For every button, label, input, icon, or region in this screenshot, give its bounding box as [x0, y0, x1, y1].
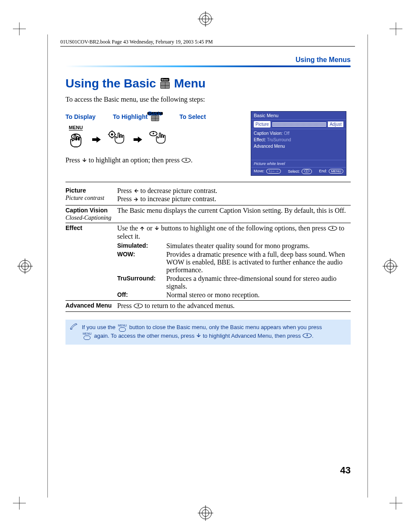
- arrow-right-icon-2: [134, 137, 142, 143]
- page-number: 43: [340, 465, 351, 476]
- effect-simulated-v: Simulates theater quality sound for mono…: [166, 242, 351, 250]
- page-title: Using the Basic Basic Menu: [65, 77, 351, 90]
- osd-selected-picture: Picture: [254, 121, 271, 128]
- enter-oval-icon-3: [134, 302, 143, 310]
- note-box: If you use the MENU button to close the …: [65, 320, 351, 345]
- term-advanced: Advanced Menu: [65, 300, 117, 311]
- effect-wow-k: WOW:: [117, 251, 165, 274]
- effect-tru-k: TruSurround:: [117, 275, 165, 290]
- pencil-note-icon: [70, 323, 78, 333]
- step-highlight-hand-icon: [107, 128, 128, 151]
- term-caption: Caption Vision: [65, 207, 108, 214]
- effect-simulated-k: Simulated:: [117, 242, 165, 250]
- term-effect: Effect: [65, 223, 117, 300]
- effect-tru-v: Produces a dynamic three-dimensional sou…: [166, 275, 351, 290]
- effect-off-v: Normal stereo or mono reception.: [166, 291, 351, 299]
- enter-oval-icon: [181, 157, 191, 165]
- registration-bottom-icon: [198, 505, 213, 521]
- svg-point-14: [185, 160, 187, 161]
- osd-select-glyph: [302, 169, 312, 174]
- section-header: Using the Menus: [65, 56, 351, 64]
- step-display: MENU: [65, 125, 86, 154]
- down-arrow-icon-3: [196, 332, 201, 341]
- up-arrow-icon: [140, 225, 145, 233]
- print-margin-left: [47, 34, 48, 498]
- intro-text: To access the Basic menu, use the follow…: [65, 96, 351, 103]
- svg-point-22: [306, 335, 308, 336]
- running-header-text: 01US01COV-BR2.book Page 43 Wednesday, Fe…: [60, 39, 213, 45]
- hand-press-icon: [65, 131, 86, 154]
- osd-preview: Basic Menu Picture Adjust Caption Vision…: [251, 111, 346, 176]
- term-picture: Picture: [65, 187, 86, 194]
- title-post: Menu: [174, 77, 206, 90]
- svg-point-12: [153, 133, 154, 134]
- down-arrow-icon-2: [154, 225, 159, 233]
- svg-point-18: [332, 227, 333, 229]
- press-instruction: Press to highlight an option; then press…: [65, 156, 246, 165]
- print-margin-right: [367, 34, 368, 498]
- registration-top-icon: [198, 11, 213, 27]
- label-to-select: To Select: [180, 113, 206, 120]
- title-pre: Using the Basic: [65, 77, 156, 90]
- crop-bottom-right: [389, 497, 402, 510]
- osd-end-glyph: MENU: [329, 169, 343, 174]
- osd-move-glyphs: ↑↓←→: [266, 169, 281, 174]
- enter-oval-icon-4: [302, 332, 312, 341]
- down-arrow-icon: [82, 157, 87, 165]
- basic-menu-icon: Basic: [159, 78, 171, 89]
- step-select-hand-icon: [148, 128, 169, 151]
- osd-slider: [272, 122, 326, 127]
- effect-wow-v: Provides a dramatic presence with a full…: [166, 251, 351, 274]
- right-arrow-icon: [134, 196, 139, 204]
- basic-icon-label: Basic: [161, 78, 169, 81]
- label-to-highlight: To Highlight: [113, 113, 148, 120]
- left-arrow-icon: [134, 187, 139, 195]
- effect-intro: Use the or buttons to highlight one of t…: [117, 224, 351, 240]
- crop-top-right: [389, 22, 402, 35]
- registration-right-icon: [383, 258, 398, 274]
- osd-title: Basic Menu: [251, 112, 346, 120]
- menu-button-inline-icon: MENU: [118, 324, 127, 332]
- label-to-display: To Display: [65, 113, 104, 120]
- menu-label: MENU: [69, 125, 83, 131]
- divider: [65, 182, 351, 182]
- definitions-table: Picture Picture contrast Press to decrea…: [65, 186, 351, 312]
- basic-menu-icon-small: Basic: [150, 112, 160, 121]
- osd-hint: Picture white level: [251, 160, 346, 167]
- svg-point-20: [137, 305, 139, 307]
- osd-adjust-button: Adjust: [328, 121, 343, 127]
- caption-desc: The Basic menu displays the current Capt…: [117, 205, 351, 223]
- svg-point-10: [111, 134, 113, 136]
- effect-off-k: Off:: [117, 291, 165, 299]
- term-picture-sub: Picture contrast: [65, 195, 115, 202]
- running-header: 01US01COV-BR2.book Page 43 Wednesday, Fe…: [60, 39, 355, 47]
- crop-top-left: [13, 22, 26, 35]
- arrow-right-icon: [92, 137, 101, 143]
- enter-oval-icon-2: [328, 225, 337, 233]
- svg-point-16: [306, 171, 307, 171]
- term-caption-sub: Closed-Captioning: [65, 215, 115, 221]
- section-rule: [65, 65, 351, 67]
- crop-bottom-left: [13, 497, 26, 510]
- registration-left-icon: [17, 258, 33, 274]
- menu-button-inline-icon-2: MENU: [83, 332, 92, 340]
